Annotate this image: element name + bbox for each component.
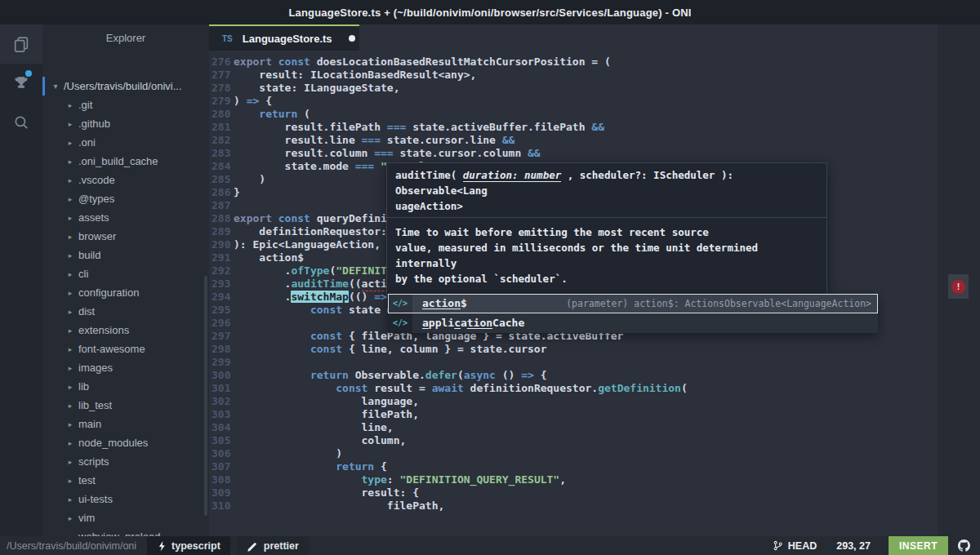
completion-item[interactable]: </>action$(parameter) action$: ActionsOb… bbox=[388, 294, 878, 313]
code-line-302[interactable]: 302 language, bbox=[209, 395, 980, 408]
code-text: line, bbox=[234, 421, 394, 433]
code-text: export const queryDefinit bbox=[234, 212, 394, 224]
tree-item-lib-test[interactable]: ▸lib_test bbox=[42, 396, 209, 415]
explorer-header: Explorer bbox=[42, 24, 209, 51]
tree-item-label: test bbox=[78, 474, 96, 486]
disclosure-arrow-icon: ▸ bbox=[65, 176, 75, 184]
tree-item-cli[interactable]: ▸cli bbox=[42, 264, 209, 283]
tab-title: LanguageStore.ts bbox=[243, 33, 332, 45]
code-line-300[interactable]: 300 return Observable.defer(async () => … bbox=[209, 369, 980, 382]
tree-item--users-travis-build-onivi-[interactable]: ▾/Users/travis/build/onivi... bbox=[42, 77, 209, 95]
github-link[interactable] bbox=[958, 539, 970, 552]
code-token: state.cursor.line bbox=[381, 134, 502, 146]
tree-item-browser[interactable]: ▸browser bbox=[42, 227, 209, 246]
prettier-status-segment[interactable]: prettier bbox=[237, 536, 309, 555]
line-number: 278 bbox=[212, 82, 229, 95]
disclosure-arrow-icon: ▸ bbox=[65, 477, 75, 485]
code-line-304[interactable]: 304 line, bbox=[209, 421, 980, 434]
code-token: => bbox=[521, 369, 534, 381]
typescript-status-segment[interactable]: typescript bbox=[147, 536, 230, 555]
tree-item-dist[interactable]: ▸dist bbox=[42, 302, 209, 321]
git-branch-indicator[interactable]: HEAD bbox=[773, 539, 817, 552]
code-line-303[interactable]: 303 filePath, bbox=[209, 408, 980, 421]
code-token: Observable. bbox=[349, 369, 425, 381]
line-number: 285 bbox=[212, 173, 229, 186]
tree-item-test[interactable]: ▸test bbox=[42, 471, 209, 490]
explorer-scrollbar[interactable] bbox=[204, 276, 207, 516]
lightning-icon bbox=[157, 540, 166, 552]
tree-item-scripts[interactable]: ▸scripts bbox=[42, 452, 209, 471]
sidebar-item-search[interactable] bbox=[0, 103, 42, 142]
code-line-310[interactable]: 310 filePath, bbox=[209, 500, 980, 513]
sidebar-item-achievements[interactable] bbox=[0, 64, 42, 103]
code-text: .switchMap(() => { bbox=[234, 291, 400, 303]
code-line-276[interactable]: 276export const doesLocationBasedResultM… bbox=[209, 56, 980, 69]
code-token: doesLocationBasedResultMatchCursorPositi… bbox=[317, 56, 611, 68]
signature-wrap-line: uageAction> bbox=[395, 200, 463, 212]
code-line-280[interactable]: 280 return ( bbox=[209, 108, 980, 121]
vim-mode-badge: INSERT bbox=[889, 536, 948, 555]
tree-item-main[interactable]: ▸main bbox=[42, 415, 209, 433]
code-token bbox=[234, 343, 310, 355]
tree-item-assets[interactable]: ▸assets bbox=[42, 208, 209, 227]
code-line-278[interactable]: 278 state: ILanguageState, bbox=[209, 82, 980, 95]
tree-item-vim[interactable]: ▸vim bbox=[42, 508, 209, 527]
tree-item-node-modules[interactable]: ▸node_modules bbox=[42, 433, 209, 452]
tree-item--types[interactable]: ▸@types bbox=[42, 189, 209, 208]
completion-item[interactable]: </>applicationCache bbox=[388, 313, 878, 333]
label-text: a bbox=[461, 317, 467, 329]
tree-item-build[interactable]: ▸build bbox=[42, 246, 209, 264]
editor-pane[interactable]: TS LanguageStore.ts 276export const does… bbox=[209, 24, 980, 536]
code-token: await bbox=[432, 382, 464, 394]
snippet-icon: </> bbox=[388, 294, 412, 313]
tree-item--oni-build-cache[interactable]: ▸.oni_build_cache bbox=[42, 152, 209, 171]
tree-item--git[interactable]: ▸.git bbox=[42, 95, 209, 114]
code-token: result = bbox=[368, 382, 431, 394]
tree-item-webview-preload[interactable]: ▸webview_preload bbox=[42, 527, 209, 536]
tree-item--oni[interactable]: ▸.oni bbox=[42, 133, 209, 152]
code-line-299[interactable]: 299 bbox=[209, 356, 980, 369]
code-line-282[interactable]: 282 result.line === state.cursor.line && bbox=[209, 134, 980, 147]
tab-languagestore[interactable]: TS LanguageStore.ts bbox=[209, 24, 359, 51]
code-text: type: "DEFINITION_QUERY_RESULT", bbox=[234, 473, 566, 486]
line-number: 303 bbox=[212, 408, 229, 421]
code-text: ): Epic<LanguageAction, IL bbox=[234, 238, 400, 251]
title-bar: LanguageStore.ts + (~/build/onivim/oni/b… bbox=[0, 0, 980, 24]
code-line-283[interactable]: 283 result.column === state.cursor.colum… bbox=[209, 147, 980, 160]
code-token: filePath, bbox=[234, 500, 444, 512]
code-text: export const doesLocationBasedResultMatc… bbox=[234, 56, 611, 68]
code-line-279[interactable]: 279) => { bbox=[209, 95, 980, 108]
line-number: 290 bbox=[212, 238, 229, 251]
code-line-301[interactable]: 301 const result = await definitionReque… bbox=[209, 382, 980, 395]
code-line-277[interactable]: 277 result: ILocationBasedResult<any>, bbox=[209, 69, 980, 82]
line-number: 291 bbox=[212, 251, 229, 264]
code-line-309[interactable]: 309 result: { bbox=[209, 486, 980, 500]
code-line-308[interactable]: 308 type: "DEFINITION_QUERY_RESULT", bbox=[209, 473, 980, 486]
tree-item-font-awesome[interactable]: ▸font-awesome bbox=[42, 340, 209, 358]
sidebar-item-files[interactable] bbox=[0, 24, 42, 64]
code-line-307[interactable]: 307 return { bbox=[209, 460, 980, 473]
tree-item-lib[interactable]: ▸lib bbox=[42, 377, 209, 396]
code-token: async bbox=[464, 369, 496, 381]
tree-item-images[interactable]: ▸images bbox=[42, 358, 209, 377]
code-line-298[interactable]: 298 const { line, column } = state.curso… bbox=[209, 343, 980, 356]
pen-icon bbox=[247, 540, 258, 552]
cursor-position[interactable]: 293, 27 bbox=[836, 540, 871, 552]
tree-item-ui-tests[interactable]: ▸ui-tests bbox=[42, 490, 209, 508]
branch-label: HEAD bbox=[788, 540, 817, 552]
code-line-306[interactable]: 306 ) bbox=[209, 447, 980, 460]
line-number: 288 bbox=[212, 212, 229, 225]
line-number: 293 bbox=[212, 278, 229, 291]
tree-item-extensions[interactable]: ▸extensions bbox=[42, 321, 209, 340]
tree-item-configuration[interactable]: ▸configuration bbox=[42, 283, 209, 302]
code-line-305[interactable]: 305 column, bbox=[209, 434, 980, 447]
tree-item--vscode[interactable]: ▸.vscode bbox=[42, 171, 209, 189]
code-token: && bbox=[502, 134, 515, 146]
code-text: const { line, column } = state.cursor bbox=[234, 343, 547, 355]
code-token: result: ILocationBasedResult<any>, bbox=[234, 69, 476, 81]
code-token bbox=[234, 382, 336, 394]
code-line-281[interactable]: 281 result.filePath === state.activeBuff… bbox=[209, 121, 980, 134]
code-token: result: { bbox=[234, 486, 419, 499]
line-number: 299 bbox=[212, 356, 229, 369]
tree-item--github[interactable]: ▸.github bbox=[42, 114, 209, 133]
